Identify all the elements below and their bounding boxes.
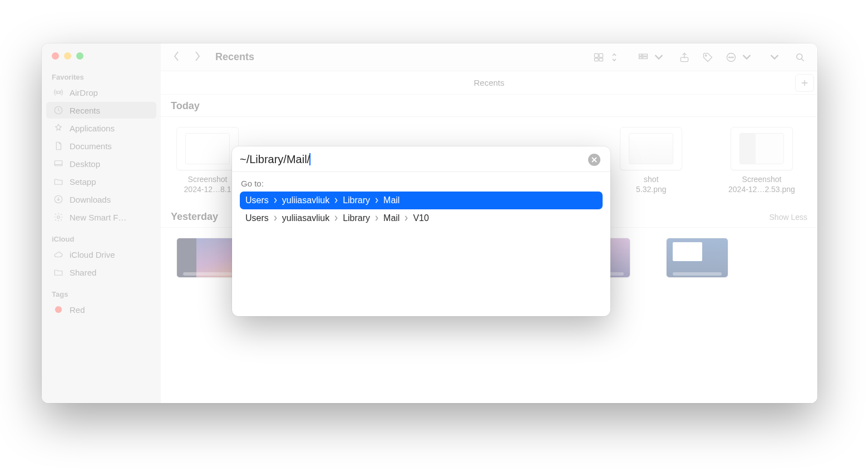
sidebar-item-label: AirDrop: [70, 88, 98, 97]
sidebar-item-label: Documents: [70, 141, 112, 151]
chevron-down-icon[interactable]: [654, 49, 664, 66]
location-label: Recents: [474, 78, 504, 87]
sidebar-section-favorites: Favorites: [42, 70, 161, 84]
sidebar-item-applications[interactable]: Applications: [46, 120, 156, 136]
sidebar-item-setapp[interactable]: Setapp: [46, 173, 156, 190]
sidebar-item-label: Desktop: [70, 159, 100, 169]
chevron-right-icon: [374, 198, 379, 203]
tags-button[interactable]: [698, 49, 717, 66]
sidebar-item-label: Shared: [70, 268, 96, 277]
file-thumbnail: [176, 127, 239, 170]
sidebar-item-label: Setapp: [70, 177, 96, 187]
svg-point-4: [57, 216, 60, 219]
chevron-right-icon: [273, 198, 278, 203]
sidebar-item-documents[interactable]: Documents: [46, 138, 156, 154]
svg-rect-2: [55, 161, 62, 166]
chevron-right-icon: [273, 215, 278, 221]
sidebar-item-label: iCloud Drive: [70, 250, 115, 259]
toolbar-title: Recents: [215, 51, 254, 63]
back-button[interactable]: [172, 51, 181, 64]
applications-icon: [53, 122, 64, 134]
go-to-folder-dialog: ~/Library/Mail/ Go to: Users yuliiasavli…: [232, 146, 610, 316]
airdrop-icon: [53, 87, 64, 98]
minimize-window-button[interactable]: [64, 52, 71, 60]
svg-rect-6: [599, 53, 603, 57]
shared-folder-icon: [53, 267, 64, 278]
chevron-right-icon: [334, 215, 338, 221]
share-button[interactable]: [675, 49, 694, 66]
sidebar-item-smartfolder[interactable]: New Smart F…: [46, 209, 156, 225]
sidebar-item-label: Recents: [70, 106, 100, 115]
file-name: Screenshot 2024-12…8.1: [184, 175, 231, 194]
sidebar-item-label: Applications: [70, 124, 115, 133]
sidebar-tag-red[interactable]: Red: [46, 301, 156, 318]
forward-button[interactable]: [193, 51, 202, 64]
section-title: Yesterday: [171, 211, 218, 223]
search-button[interactable]: [791, 49, 810, 66]
cloud-icon: [53, 249, 64, 260]
sidebar-item-desktop[interactable]: Desktop: [46, 155, 156, 172]
file-item[interactable]: [174, 238, 241, 278]
go-to-path-input[interactable]: ~/Library/Mail/: [240, 153, 588, 166]
sidebar-item-shared[interactable]: Shared: [46, 264, 156, 281]
clear-input-button[interactable]: [588, 154, 600, 166]
chevron-right-icon: [334, 198, 338, 203]
svg-rect-12: [643, 57, 647, 58]
sidebar-section-icloud: iCloud: [42, 232, 161, 246]
go-to-input-row: ~/Library/Mail/: [232, 146, 610, 172]
sidebar-item-label: New Smart F…: [70, 213, 127, 222]
window-controls: [42, 49, 161, 70]
gear-icon: [53, 212, 64, 223]
view-switcher-updown-icon[interactable]: [609, 49, 619, 66]
folder-icon: [53, 176, 64, 187]
svg-point-17: [731, 57, 732, 58]
section-title: Today: [171, 100, 200, 112]
svg-point-16: [729, 57, 730, 58]
file-item[interactable]: Screenshot 2024-12…8.1: [174, 127, 241, 194]
download-icon: [53, 194, 64, 205]
file-thumbnail: [176, 238, 239, 278]
sidebar-item-downloads[interactable]: Downloads: [46, 191, 156, 208]
svg-rect-11: [643, 54, 647, 56]
file-item[interactable]: [664, 238, 731, 278]
sidebar-item-label: Downloads: [70, 195, 111, 204]
chevron-right-icon: [404, 215, 408, 221]
file-thumbnail: [666, 238, 728, 278]
svg-point-19: [797, 53, 802, 59]
toolbar: Recents: [161, 43, 817, 71]
sidebar: Favorites AirDrop Recents Applications D…: [42, 43, 161, 403]
svg-point-18: [733, 57, 734, 58]
desktop-icon: [53, 158, 64, 169]
close-window-button[interactable]: [52, 52, 59, 60]
show-less-button[interactable]: Show Less: [770, 213, 807, 222]
svg-rect-9: [639, 54, 642, 56]
section-header-today: Today: [161, 95, 817, 117]
svg-rect-5: [595, 53, 599, 57]
sidebar-item-icloud-drive[interactable]: iCloud Drive: [46, 246, 156, 263]
chevron-right-icon: [374, 215, 379, 221]
group-by-button[interactable]: [634, 49, 653, 66]
chevron-down-icon[interactable]: [742, 49, 752, 66]
sidebar-item-label: Red: [70, 305, 85, 315]
go-to-suggestion[interactable]: Users yuliiasavliuk Library Mail: [240, 192, 603, 209]
add-button[interactable]: [795, 74, 814, 92]
action-menu-button[interactable]: [722, 49, 741, 66]
file-item[interactable]: shot 5.32.png: [618, 127, 684, 194]
file-name: shot 5.32.png: [636, 175, 667, 194]
chevron-down-icon[interactable]: [770, 49, 780, 66]
svg-rect-10: [639, 57, 642, 58]
go-to-suggestion[interactable]: Users yuliiasavliuk Library Mail V10: [240, 209, 603, 227]
view-gallery-button[interactable]: [589, 49, 608, 66]
file-item[interactable]: Screenshot 2024-12…2.53.png: [728, 127, 795, 194]
document-icon: [53, 140, 64, 151]
file-thumbnail: [620, 127, 682, 170]
clock-icon: [53, 105, 64, 116]
sidebar-item-airdrop[interactable]: AirDrop: [46, 84, 156, 101]
zoom-window-button[interactable]: [76, 52, 83, 60]
sidebar-section-tags: Tags: [42, 287, 161, 301]
sidebar-item-recents[interactable]: Recents: [46, 102, 156, 119]
svg-point-0: [57, 91, 60, 94]
go-to-suggestions: Go to: Users yuliiasavliuk Library Mail …: [232, 172, 610, 316]
tag-dot-icon: [53, 304, 64, 315]
svg-rect-7: [595, 58, 599, 61]
